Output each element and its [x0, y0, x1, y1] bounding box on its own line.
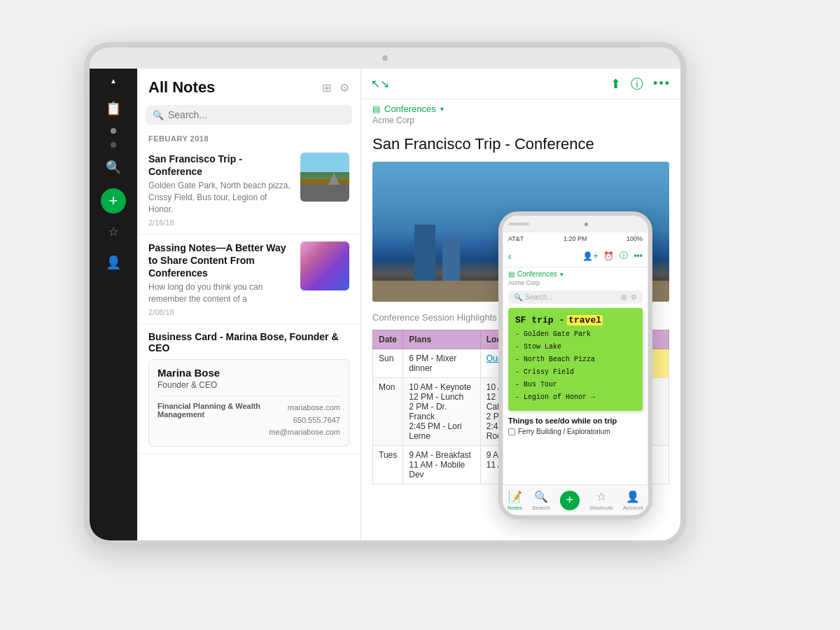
note-passing-thumb — [300, 241, 349, 290]
checkbox-box-0[interactable] — [508, 428, 515, 435]
note-passing-title: Passing Notes—A Better Way to Share Cont… — [148, 241, 293, 280]
note-sf-thumb — [300, 153, 349, 202]
phone-search-text: Search... — [525, 293, 553, 301]
note-sf-preview: Golden Gate Park, North beach pizza, Cri… — [148, 180, 293, 215]
phone-tab-add[interactable]: + — [560, 491, 580, 510]
sf-building1 — [414, 225, 435, 281]
phone-sort-icon[interactable]: ⊞ — [621, 293, 626, 301]
sf-building2 — [442, 239, 460, 281]
phone-search-bar[interactable]: 🔍 Search... ⊞ ⚙ — [508, 290, 643, 304]
phone-nb-name[interactable]: Conferences — [517, 270, 557, 278]
phone-tab-shortcuts-label: Shortcuts — [589, 505, 613, 511]
nav-shortcuts-icon[interactable]: ☆ — [101, 219, 126, 244]
phone-time: 1:20 PM — [564, 235, 587, 242]
nav-search-icon[interactable]: 🔍 — [101, 155, 126, 180]
phone-note-body: SF trip - travel - Golden Gate Park - St… — [503, 308, 648, 484]
phone-info-icon[interactable]: ⓘ — [620, 250, 628, 262]
nav-dot-indicator2 — [111, 142, 116, 148]
phone: AT&T 1:20 PM 100% ‹ 👤+ ⏰ ⓘ ••• ▤ Confere… — [498, 211, 652, 519]
phone-status-bar: AT&T 1:20 PM 100% — [503, 232, 648, 245]
phone-filter-icon[interactable]: ⚙ — [631, 293, 637, 301]
bc-company: Financial Planning & Wealth Management — [158, 402, 269, 439]
phone-carrier: AT&T — [508, 235, 524, 242]
toolbar-right: ⬆ ⓘ ••• — [610, 76, 671, 92]
phone-tab-search-icon: 🔍 — [534, 490, 548, 503]
phone-tab-search-label: Search — [532, 505, 550, 511]
phone-back-icon[interactable]: ‹ — [508, 251, 512, 262]
sticky-note: SF trip - travel - Golden Gate Park - St… — [508, 308, 643, 411]
notes-list-title: All Notes — [148, 78, 215, 97]
note-item-business-card[interactable]: Business Card - Marina Bose, Founder & C… — [137, 324, 360, 454]
phone-alarm-icon[interactable]: ⏰ — [603, 251, 614, 261]
nav-dot-indicator — [111, 128, 116, 134]
sticky-item-1: - Stow Lake — [515, 341, 636, 354]
notebook-account: Acme Corp — [361, 115, 680, 130]
tablet-top-bar — [90, 48, 680, 69]
row-sun-plans: 6 PM - Mixer dinner — [403, 349, 481, 378]
sort-icon[interactable]: ⊞ — [322, 81, 331, 94]
search-bar[interactable]: 🔍 — [146, 105, 352, 125]
note-main-title: San Francisco Trip - Conference — [361, 130, 680, 162]
phone-more-icon[interactable]: ••• — [634, 251, 643, 261]
sticky-item-5: - Legion of Honor → — [515, 391, 636, 404]
phone-tab-notes[interactable]: 📝 Notes — [507, 490, 522, 511]
note-item-passing[interactable]: Passing Notes—A Better Way to Share Cont… — [137, 234, 360, 324]
phone-speaker-top — [508, 223, 529, 225]
phone-tab-account[interactable]: 👤 Account — [623, 490, 643, 511]
phone-nb-icon: ▤ — [508, 270, 514, 278]
note-sf-text: San Francisco Trip - Conference Golden G… — [148, 153, 293, 227]
nav-account-icon[interactable]: 👤 — [101, 250, 126, 275]
phone-battery: 100% — [626, 235, 643, 242]
row-mon-plans: 10 AM - Keynote12 PM - Lunch2 PM - Dr. F… — [403, 378, 481, 446]
info-icon[interactable]: ⓘ — [631, 76, 643, 92]
search-input[interactable] — [168, 109, 345, 120]
notebook-icon: ▤ — [372, 104, 380, 114]
sticky-item-3: - Crissy Field — [515, 366, 636, 379]
bc-website: mariabose.com — [269, 402, 340, 414]
phone-search-icon: 🔍 — [514, 293, 522, 301]
scene: ▲ 📋 🔍 + ☆ 👤 All Notes ⊞ ⚙ — [84, 42, 756, 588]
note-passing-preview: How long do you think you can remember t… — [148, 281, 293, 305]
sticky-item-0: - Golden Gate Park — [515, 328, 636, 341]
expand-icon[interactable]: ↖↘ — [371, 77, 389, 90]
notebook-name[interactable]: Conferences — [384, 104, 436, 114]
toolbar-left: ↖↘ — [371, 77, 389, 90]
bc-divider — [158, 396, 340, 396]
notes-list-header: All Notes ⊞ ⚙ — [137, 69, 360, 102]
phone-tab-shortcuts[interactable]: ☆ Shortcuts — [589, 490, 613, 511]
phone-search-icons: ⊞ ⚙ — [621, 293, 637, 301]
phone-notebook-bar: ▤ Conferences ▾ — [503, 267, 648, 279]
bc-email2: me@mariabose.com — [269, 426, 340, 439]
bc-contact: mariabose.com 650.555.7647 me@mariabose.… — [269, 402, 340, 439]
note-item-sf[interactable]: San Francisco Trip - Conference Golden G… — [137, 146, 360, 234]
phone-tab-shortcuts-icon: ☆ — [596, 490, 606, 503]
nav-add-button[interactable]: + — [101, 188, 126, 214]
phone-tab-account-label: Account — [623, 505, 643, 511]
row-mon-day: Mon — [373, 378, 403, 446]
row-tues-plans: 9 AM - Breakfast11 AM - Mobile Dev — [403, 446, 481, 484]
sticky-sf-text: SF trip - — [515, 315, 564, 326]
sticky-title: SF trip - travel — [515, 315, 636, 326]
bc-role: Founder & CEO — [158, 380, 340, 390]
sticky-item-2: - North Beach Pizza — [515, 354, 636, 366]
note-passing-date: 2/08/18 — [148, 308, 293, 316]
notebook-bar: ▤ Conferences ▾ — [361, 99, 680, 115]
phone-tab-bar: 📝 Notes 🔍 Search + ☆ Shortcuts 👤 Account — [503, 484, 648, 515]
nav-notes-icon[interactable]: 📋 — [101, 96, 126, 121]
phone-add-person-icon[interactable]: 👤+ — [582, 251, 598, 261]
more-icon[interactable]: ••• — [653, 76, 671, 91]
note-toolbar: ↖↘ ⬆ ⓘ ••• — [361, 69, 680, 99]
sticky-highlight: travel — [567, 315, 603, 326]
col-date: Date — [373, 330, 403, 349]
date-section-feb: FEBUARY 2018 — [137, 132, 360, 146]
note-passing-text: Passing Notes—A Better Way to Share Cont… — [148, 241, 293, 316]
phone-tab-search[interactable]: 🔍 Search — [532, 490, 550, 511]
phone-tab-account-icon: 👤 — [626, 490, 640, 503]
row-tues-day: Tues — [373, 446, 403, 484]
phone-toolbar: ‹ 👤+ ⏰ ⓘ ••• — [503, 245, 648, 267]
phone-nb-chevron: ▾ — [560, 271, 564, 278]
filter-icon[interactable]: ⚙ — [340, 81, 349, 94]
phone-tab-add-btn[interactable]: + — [560, 491, 580, 510]
share-icon[interactable]: ⬆ — [610, 76, 621, 92]
sticky-item-4: - Bus Tour — [515, 379, 636, 391]
